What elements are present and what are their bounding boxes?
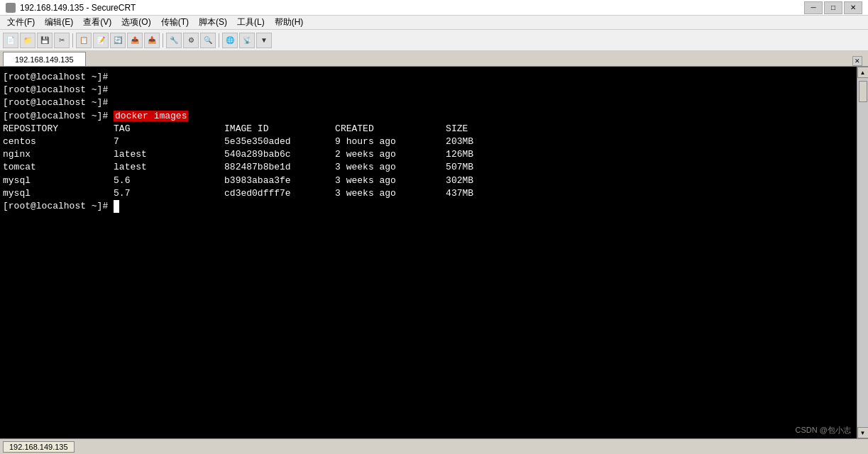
close-button[interactable]: ✕ [844,1,862,14]
app-icon [6,3,16,13]
terminal-line-1: [root@localhost ~]# [3,71,854,84]
terminal-row-tomcat: tomcat latest 882487b8be1d 3 weeks ago 5… [3,161,854,174]
scrollbar-track[interactable] [857,78,868,427]
docker-images-cmd: docker images [114,111,188,121]
toolbar-btn-2[interactable]: 📁 [20,33,35,48]
tab-session[interactable]: 192.168.149.135 [3,52,86,66]
terminal-prompt: [root@localhost ~]# [3,200,854,213]
terminal-row-centos: centos 7 5e35e350aded 9 hours ago 203MB [3,135,854,148]
maximize-button[interactable]: □ [824,1,842,14]
terminal-line-3: [root@localhost ~]# [3,96,854,109]
menu-file[interactable]: 文件(F) [3,16,39,29]
toolbar-sep-2 [163,33,163,48]
menu-help[interactable]: 帮助(H) [270,16,308,29]
minimize-button[interactable]: ─ [804,1,823,14]
menu-bar: 文件(F) 编辑(E) 查看(V) 选项(O) 传输(T) 脚本(S) 工具(L… [0,16,868,30]
toolbar-btn-8[interactable]: 📤 [127,33,143,48]
terminal-line-2: [root@localhost ~]# [3,84,854,96]
toolbar-btn-15[interactable]: ▼ [256,33,272,48]
menu-options[interactable]: 选项(O) [117,16,155,29]
toolbar: 📄 📁 💾 ✂ 📋 📝 🔄 📤 📥 🔧 ⚙ 🔍 🌐 📡 ▼ [0,30,868,51]
menu-tools[interactable]: 工具(L) [233,16,269,29]
title-bar: 192.168.149.135 - SecureCRT ─ □ ✕ [0,0,868,16]
toolbar-btn-6[interactable]: 📝 [93,33,109,48]
terminal[interactable]: [root@localhost ~]# [root@localhost ~]# … [0,67,857,438]
terminal-row-nginx: nginx latest 540a289bab6c 2 weeks ago 12… [3,148,854,161]
menu-edit[interactable]: 编辑(E) [40,16,77,29]
title-bar-left: 192.168.149.135 - SecureCRT [6,3,136,13]
terminal-row-mysql56: mysql 5.6 b3983abaa3fe 3 weeks ago 302MB [3,175,854,187]
toolbar-btn-9[interactable]: 📥 [144,33,160,48]
toolbar-btn-11[interactable]: ⚙ [183,33,199,48]
window-controls[interactable]: ─ □ ✕ [804,1,862,14]
menu-script[interactable]: 脚本(S) [194,16,231,29]
terminal-row-mysql57: mysql 5.7 cd3ed0dfff7e 3 weeks ago 437MB [3,187,854,200]
toolbar-btn-12[interactable]: 🔍 [200,33,216,48]
toolbar-btn-13[interactable]: 🌐 [222,33,238,48]
window-title: 192.168.149.135 - SecureCRT [20,3,136,13]
main-layout: [root@localhost ~]# [root@localhost ~]# … [0,67,868,438]
toolbar-btn-14[interactable]: 📡 [239,33,255,48]
terminal-line-4: [root@localhost ~]# docker images [3,110,854,123]
scroll-up-button[interactable]: ▲ [857,67,869,78]
toolbar-sep-3 [219,33,219,48]
scrollbar-thumb[interactable] [859,81,867,102]
watermark: CSDN @包小志 [796,425,851,436]
status-ip: 192.168.149.135 [3,441,75,453]
toolbar-btn-10[interactable]: 🔧 [166,33,182,48]
menu-view[interactable]: 查看(V) [79,16,116,29]
scroll-down-button[interactable]: ▼ [857,427,869,438]
toolbar-btn-5[interactable]: 📋 [76,33,92,48]
toolbar-btn-4[interactable]: ✂ [54,33,70,48]
tab-close-button[interactable]: ✕ [852,56,862,66]
terminal-header: REPOSITORY TAG IMAGE ID CREATED SIZE [3,123,854,135]
status-bar: 192.168.149.135 [0,438,868,454]
tab-bar: 192.168.149.135 ✕ [0,51,868,67]
toolbar-btn-3[interactable]: 💾 [37,33,53,48]
scrollbar[interactable]: ▲ ▼ [857,67,868,438]
toolbar-btn-7[interactable]: 🔄 [110,33,126,48]
toolbar-btn-1[interactable]: 📄 [3,33,18,48]
menu-transfer[interactable]: 传输(T) [157,16,193,29]
tab-label: 192.168.149.135 [15,55,74,64]
toolbar-sep-1 [72,33,73,48]
